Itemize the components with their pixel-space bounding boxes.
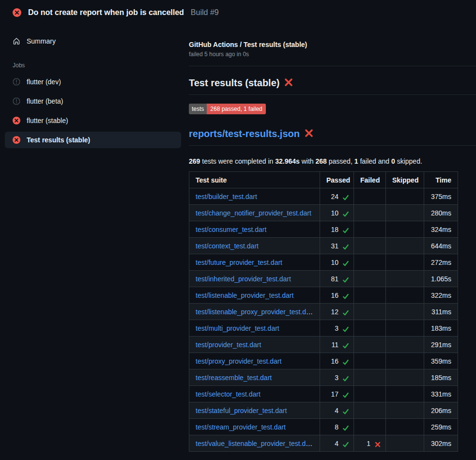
failed-cell [354,337,386,353]
passed-cell: 16 [320,287,354,304]
sidebar-summary-label: Summary [27,37,56,45]
table-row: test/listenable_provider_test.dart 16 32… [189,287,458,304]
test-suite-link[interactable]: test/change_notifier_provider_test.dart [196,209,311,217]
sidebar-item-summary[interactable]: Summary [5,33,181,49]
test-suite-link[interactable]: test/stream_provider_test.dart [196,423,286,431]
time-cell: 375ms [424,188,458,205]
test-suite-link[interactable]: test/value_listenable_provider_test.dart [196,440,314,447]
test-suite-link[interactable]: test/builder_test.dart [196,193,257,200]
skipped-cell [386,435,424,452]
badge-value: 268 passed, 1 failed [207,104,265,114]
x-circle-fill-icon [13,136,20,144]
table-row: test/proxy_provider_test.dart 16 359ms [189,353,458,369]
failed-cell [354,369,386,386]
failed-cell [354,238,386,254]
time-cell: 311ms [424,304,458,320]
check-icon [340,325,347,332]
time-cell: 280ms [424,205,458,221]
test-suite-link[interactable]: test/provider_test.dart [196,341,261,349]
test-suite-link[interactable]: test/inherited_provider_test.dart [196,275,291,283]
table-row: test/consumer_test.dart 18 324ms [189,221,458,238]
test-suite-link[interactable]: test/context_test.dart [196,242,259,250]
time-cell: 259ms [424,419,458,435]
time-cell: 302ms [424,435,458,452]
table-row: test/provider_test.dart 11 291ms [189,337,458,353]
time-cell: 272ms [424,254,458,271]
run-title: Do not create report when job is cancell… [28,8,184,17]
check-icon [340,375,347,382]
test-suite-link[interactable]: test/multi_provider_test.dart [196,324,279,332]
tests-summary-text: 269 tests were completed in 32.964s with… [189,157,476,165]
failed-cell: 1 [354,435,386,452]
sidebar-job-item[interactable]: Test results (stable) [5,132,181,148]
failed-cell [354,287,386,304]
check-icon [340,424,347,431]
failed-cell [354,205,386,221]
check-icon [340,194,347,200]
col-passed: Passed [320,172,354,188]
failed-cell [354,188,386,205]
failed-cell [354,320,386,337]
sidebar-job-label: flutter (stable) [27,117,68,124]
test-suite-link[interactable]: test/stateful_provider_test.dart [196,407,287,414]
col-skipped: Skipped [386,172,424,188]
time-cell: 291ms [424,337,458,353]
home-icon [13,37,20,45]
run-status-text: failed 5 hours ago in 0s [189,51,476,58]
jobs-list: flutter (dev) flutter (beta) flutter (st… [5,74,181,148]
test-suite-link[interactable]: test/consumer_test.dart [196,226,266,233]
sidebar-job-label: flutter (dev) [27,78,61,86]
breadcrumb: GitHub Actions / Test results (stable) [189,41,476,48]
passed-cell: 18 [320,221,354,238]
failed-x-icon [304,128,314,140]
check-icon [340,292,347,299]
table-row: test/inherited_provider_test.dart 81 1.0… [189,271,458,287]
check-icon [340,276,347,283]
check-icon [340,342,347,349]
skipped-cell [386,386,424,402]
test-suite-link[interactable]: test/reassemble_test.dart [196,374,272,382]
table-body: test/builder_test.dart 24 375ms test/cha… [189,188,458,452]
test-suite-link[interactable]: test/listenable_provider_test.dart [196,291,293,299]
check-icon [340,441,347,447]
passed-cell: 10 [320,254,354,271]
passed-cell: 81 [320,271,354,287]
skipped-cell [386,188,424,205]
run-failed-icon [13,8,21,17]
jobs-section-label: Jobs [13,62,181,69]
sidebar-job-label: Test results (stable) [27,136,90,144]
time-cell: 1.065s [424,271,458,287]
test-suite-link[interactable]: test/proxy_provider_test.dart [196,357,281,365]
skipped-cell [386,254,424,271]
table-row: test/listenable_proxy_provider_test.dart… [189,304,458,320]
time-cell: 331ms [424,386,458,402]
skipped-cell [386,402,424,419]
skipped-cell [386,304,424,320]
stop-icon [13,78,20,86]
passed-cell: 3 [320,369,354,386]
build-number: Build #9 [191,8,219,17]
table-row: test/change_notifier_provider_test.dart … [189,205,458,221]
table-row: test/context_test.dart 31 644ms [189,238,458,254]
failed-cell [354,353,386,369]
test-suite-link[interactable]: test/future_provider_test.dart [196,259,282,266]
skipped-cell [386,287,424,304]
sidebar-job-item[interactable]: flutter (stable) [5,112,181,129]
table-row: test/multi_provider_test.dart 3 183ms [189,320,458,337]
test-suite-link[interactable]: test/selector_test.dart [196,390,261,398]
time-cell: 322ms [424,287,458,304]
test-suite-link[interactable]: test/listenable_proxy_provider_test.dart [196,308,314,316]
report-file-link[interactable]: reports/test-results.json [189,128,300,139]
check-icon [340,227,347,233]
col-time: Time [424,172,458,188]
failed-cell [354,254,386,271]
check-icon [340,358,347,365]
passed-cell: 16 [320,353,354,369]
failed-cell [354,386,386,402]
failed-cell [354,221,386,238]
sidebar-job-item[interactable]: flutter (beta) [5,93,181,109]
skipped-cell [386,320,424,337]
sidebar-job-item[interactable]: flutter (dev) [5,74,181,90]
skipped-cell [386,419,424,435]
passed-cell: 10 [320,205,354,221]
